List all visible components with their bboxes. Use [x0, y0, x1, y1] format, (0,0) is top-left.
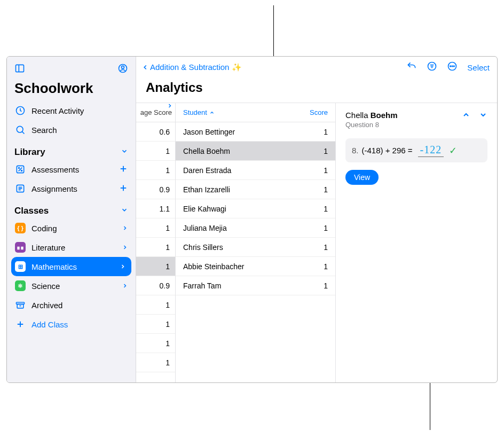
student-name: Daren Estrada: [183, 166, 231, 175]
coding-icon: { }: [14, 222, 26, 234]
sidebar-item-add-class[interactable]: Add Class: [7, 315, 136, 334]
clock-icon: [14, 105, 26, 116]
literature-icon: ∎∎: [14, 241, 26, 253]
avg-score-row[interactable]: 1: [136, 334, 175, 353]
svg-rect-0: [16, 65, 24, 72]
svg-point-30: [452, 66, 453, 67]
science-icon: ⚛: [14, 280, 26, 292]
student-score: 1: [324, 262, 328, 271]
student-row[interactable]: Chella Boehm1: [176, 142, 335, 161]
student-row[interactable]: Elie Kahwagi1: [176, 199, 335, 218]
student-row[interactable]: Abbie Steinbacher1: [176, 257, 335, 276]
svg-point-10: [21, 170, 22, 171]
student-name: Chella Boehm: [183, 147, 230, 155]
filter-icon[interactable]: [427, 61, 437, 74]
sidebar-section-classes[interactable]: Classes: [7, 198, 136, 218]
avg-score-row[interactable]: 1: [136, 315, 175, 334]
sidebar-item-assessments[interactable]: Assessments: [7, 160, 136, 179]
student-row[interactable]: Juliana Mejia1: [176, 218, 335, 238]
question-number: 8.: [352, 146, 359, 155]
sidebar-item-label: Assessments: [32, 165, 119, 174]
avg-score-row[interactable]: 1: [136, 353, 175, 372]
undo-icon[interactable]: [406, 61, 417, 74]
chevron-right-icon: [122, 224, 128, 233]
sidebar-item-label: Archived: [32, 301, 128, 310]
sidebar-item-mathematics[interactable]: ⊞ Mathematics: [11, 257, 131, 276]
plus-icon[interactable]: [119, 164, 128, 175]
avg-score-row[interactable]: 1: [136, 295, 175, 315]
sidebar: Schoolwork Recent Activity Search Librar…: [7, 57, 136, 382]
svg-point-9: [19, 168, 20, 169]
avg-score-row[interactable]: 0.9: [136, 276, 175, 295]
avg-score-row[interactable]: 0.6: [136, 122, 175, 142]
sidebar-item-archived[interactable]: Archived: [7, 295, 136, 315]
plus-icon[interactable]: [119, 183, 128, 194]
avg-score-row[interactable]: 1.1: [136, 199, 175, 218]
detail-panel: Chella Boehm Question 8: [336, 103, 497, 382]
sidebar-item-label: Coding: [32, 224, 122, 233]
student-score: 1: [324, 281, 328, 290]
sidebar-item-assignments[interactable]: Assignments: [7, 179, 136, 198]
question-text: (-418) + 296 =: [362, 146, 413, 155]
sidebar-toggle-icon[interactable]: [14, 63, 25, 76]
archive-icon: [14, 299, 26, 311]
avg-score-row[interactable]: 1: [136, 257, 175, 276]
avg-score-row[interactable]: 1: [136, 238, 175, 257]
detail-question-label: Question 8: [345, 121, 398, 129]
sidebar-item-search[interactable]: Search: [7, 120, 136, 139]
sidebar-item-coding[interactable]: { } Coding: [7, 218, 136, 238]
svg-point-3: [122, 66, 124, 68]
score-col-header[interactable]: Score: [310, 108, 328, 116]
math-icon: ⊞: [14, 261, 26, 272]
avg-score-row[interactable]: 1: [136, 161, 175, 180]
back-label: Addition & Subtraction ✨: [150, 62, 242, 72]
search-icon: [14, 124, 26, 136]
sidebar-item-literature[interactable]: ∎∎ Literature: [7, 238, 136, 257]
avg-score-row[interactable]: 1: [136, 142, 175, 161]
student-name: Chris Sillers: [183, 243, 223, 252]
student-row[interactable]: Daren Estrada1: [176, 161, 335, 180]
student-score: 1: [324, 147, 328, 155]
page-title: Analytics: [136, 74, 497, 103]
student-row[interactable]: Ethan Izzarelli1: [176, 180, 335, 199]
svg-line-6: [22, 131, 24, 134]
chevron-right-icon: [120, 262, 126, 271]
student-answer: -122: [418, 144, 444, 157]
section-label: Library: [14, 147, 45, 158]
student-score: 1: [324, 205, 328, 213]
svg-point-29: [450, 66, 451, 67]
question-card: 8. (-418) + 296 = -122 ✓: [345, 138, 487, 162]
avg-score-column: age Score 0.6110.91.11110.91111: [136, 103, 176, 382]
sidebar-item-label: Literature: [32, 243, 122, 252]
sidebar-item-label: Science: [32, 281, 122, 291]
next-icon[interactable]: [479, 111, 487, 121]
plus-icon: [14, 318, 26, 330]
student-score: 1: [324, 243, 328, 252]
app-title: Schoolwork: [7, 79, 136, 101]
student-col-header[interactable]: Student: [183, 108, 215, 116]
select-button[interactable]: Select: [467, 63, 490, 72]
view-button[interactable]: View: [345, 170, 379, 185]
profile-icon[interactable]: [117, 63, 128, 76]
list-icon: [14, 183, 26, 194]
student-score: 1: [324, 166, 328, 175]
sidebar-section-library[interactable]: Library: [7, 139, 136, 160]
avg-score-row[interactable]: 1: [136, 218, 175, 238]
more-icon[interactable]: [447, 61, 458, 74]
chevron-right-icon: [122, 243, 128, 252]
back-button[interactable]: Addition & Subtraction ✨: [141, 62, 242, 72]
student-row[interactable]: Jason Bettinger1: [176, 122, 335, 142]
student-row[interactable]: Farrah Tam1: [176, 276, 335, 295]
chevron-down-icon: [121, 147, 128, 158]
student-name: Juliana Mejia: [183, 224, 227, 232]
student-row[interactable]: Chris Sillers1: [176, 238, 335, 257]
student-column: Student Score Jason Bettinger1Chella Boe…: [176, 103, 336, 382]
avg-score-row[interactable]: 0.9: [136, 180, 175, 199]
prev-icon[interactable]: [462, 111, 470, 121]
chevron-right-icon[interactable]: [167, 103, 173, 111]
sidebar-item-science[interactable]: ⚛ Science: [7, 276, 136, 295]
section-label: Classes: [14, 206, 49, 216]
chevron-down-icon: [121, 206, 128, 216]
student-score: 1: [324, 128, 328, 136]
sidebar-item-recent[interactable]: Recent Activity: [7, 101, 136, 120]
